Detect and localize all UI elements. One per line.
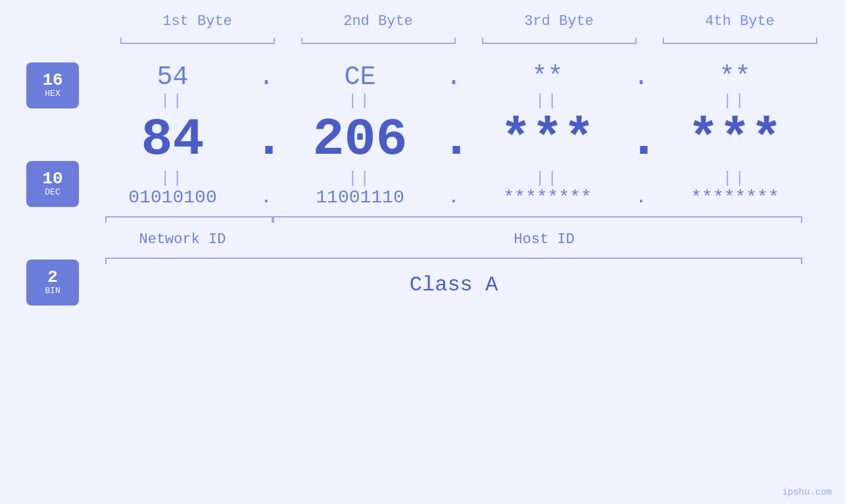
byte4-header: 4th Byte <box>650 13 831 30</box>
hex-dot1: . <box>253 62 279 92</box>
byte1-header: 1st Byte <box>107 13 288 30</box>
labels-column: 16 HEX 10 DEC 2 BIN <box>0 62 92 306</box>
eq1-b3: || <box>467 92 628 110</box>
class-bracket <box>92 254 815 267</box>
class-label: Class A <box>92 273 815 297</box>
eq2-b1: || <box>92 170 253 187</box>
bin-type: BIN <box>45 286 60 296</box>
eq2-b3: || <box>467 170 628 187</box>
main-content: 16 HEX 10 DEC 2 BIN 54 . CE . ** . ** <box>0 62 845 306</box>
bin-row: 01010100 . 11001110 . ******** . *******… <box>92 187 815 208</box>
dec-num: 10 <box>42 170 62 187</box>
eq1-b1: || <box>92 92 253 110</box>
main-container: 1st Byte 2nd Byte 3rd Byte 4th Byte 16 H… <box>0 0 845 504</box>
dec-dot1: . <box>253 110 279 170</box>
bin-num: 2 <box>47 269 58 286</box>
byte3-header: 3rd Byte <box>469 13 650 30</box>
byte-headers: 1st Byte 2nd Byte 3rd Byte 4th Byte <box>107 13 831 30</box>
dec-type: DEC <box>45 187 60 198</box>
bracket-b4 <box>650 36 831 49</box>
hex-b1: 54 <box>92 62 253 92</box>
bin-b3: ******** <box>467 187 628 208</box>
bin-b2: 11001110 <box>279 187 441 208</box>
dec-b4: *** <box>654 110 815 170</box>
bracket-b1 <box>107 36 288 49</box>
bin-dot2: . <box>441 187 467 208</box>
dec-b1: 84 <box>92 110 253 170</box>
host-bracket <box>273 213 815 226</box>
dec-dot2: . <box>441 110 467 170</box>
id-labels: Network ID Host ID <box>92 231 815 248</box>
bottom-brackets <box>92 213 815 226</box>
eq2-b2: || <box>279 170 441 187</box>
network-bracket <box>92 213 273 226</box>
hex-b3: ** <box>467 62 628 92</box>
bracket-b3 <box>469 36 650 49</box>
hex-dot2: . <box>441 62 467 92</box>
dec-b3: *** <box>467 110 628 170</box>
hex-b2: CE <box>279 62 441 92</box>
bin-b4: ******** <box>654 187 815 208</box>
eq1-b2: || <box>279 92 441 110</box>
dec-row: 84 . 206 . *** . *** <box>92 110 815 170</box>
watermark: ipshu.com <box>782 487 832 497</box>
bin-badge: 2 BIN <box>26 260 79 306</box>
network-id-label: Network ID <box>92 231 273 248</box>
bin-dot3: . <box>628 187 654 208</box>
data-area: 54 . CE . ** . ** || || || || 84 <box>92 62 845 297</box>
hex-b4: ** <box>654 62 815 92</box>
bin-b1: 01010100 <box>92 187 253 208</box>
hex-dot3: . <box>628 62 654 92</box>
hex-badge: 16 HEX <box>26 62 79 108</box>
bin-dot1: . <box>253 187 279 208</box>
hex-type: HEX <box>45 89 60 99</box>
top-brackets <box>107 36 831 49</box>
equals-row-2: || || || || <box>92 170 815 187</box>
dec-b2: 206 <box>279 110 441 170</box>
byte2-header: 2nd Byte <box>288 13 469 30</box>
dec-badge: 10 DEC <box>26 161 79 207</box>
eq2-b4: || <box>654 170 815 187</box>
hex-row: 54 . CE . ** . ** <box>92 62 815 92</box>
eq1-b4: || <box>654 92 815 110</box>
hex-num: 16 <box>42 72 62 89</box>
equals-row-1: || || || || <box>92 92 815 110</box>
host-id-label: Host ID <box>273 231 815 248</box>
bracket-b2 <box>288 36 469 49</box>
dec-dot3: . <box>628 110 654 170</box>
